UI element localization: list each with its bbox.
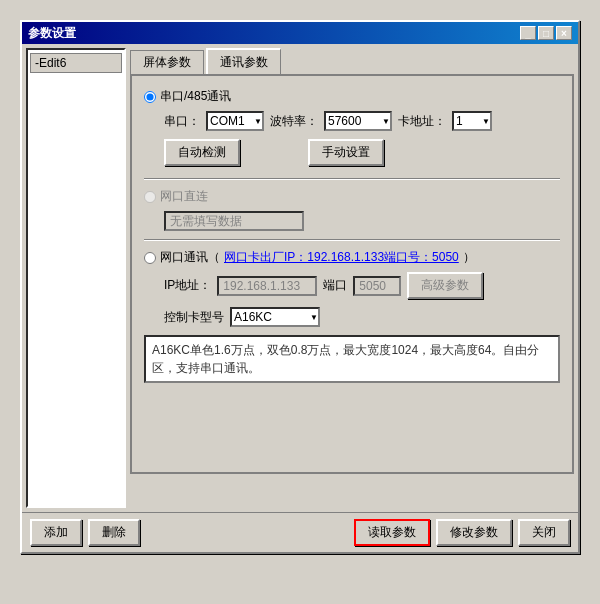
divider-1 [144, 178, 560, 180]
network-direct-input-row [164, 211, 560, 231]
serial-settings-row: 串口： COM1 波特率： 57600 卡地址： [164, 111, 560, 131]
network-comm-prefix: 网口通讯（ [160, 249, 220, 266]
port-text-label: 端口 [323, 277, 347, 294]
serial-radio[interactable] [144, 91, 156, 103]
modify-params-button[interactable]: 修改参数 [436, 519, 512, 546]
tab-comm-params[interactable]: 通讯参数 [206, 48, 281, 74]
network-comm-suffix: ） [463, 249, 475, 266]
network-comm-radio[interactable] [144, 252, 156, 264]
ip-input[interactable] [217, 276, 317, 296]
title-bar: 参数设置 _ □ × [22, 22, 578, 44]
network-direct-radio[interactable] [144, 191, 156, 203]
tab-content-comm: 串口/485通讯 串口： COM1 波特率： 57600 [130, 74, 574, 474]
baud-label: 波特率： [270, 113, 318, 130]
read-params-button[interactable]: 读取参数 [354, 519, 430, 546]
card-type-label: 控制卡型号 [164, 309, 224, 326]
tab-bar: 屏体参数 通讯参数 [130, 48, 574, 74]
network-direct-radio-row: 网口直连 [144, 188, 560, 205]
baud-select-wrapper: 57600 [324, 111, 392, 131]
left-panel: -Edit6 [26, 48, 126, 508]
ip-label: IP地址： [164, 277, 211, 294]
network-comm-link[interactable]: 网口卡出厂IP：192.168.1.133端口号：5050 [224, 249, 459, 266]
network-comm-radio-row: 网口通讯（ 网口卡出厂IP：192.168.1.133端口号：5050 ） [144, 249, 560, 266]
minimize-button[interactable]: _ [520, 26, 536, 40]
card-addr-select[interactable]: 1 [452, 111, 492, 131]
card-type-select[interactable]: A16KC [230, 307, 320, 327]
right-panel: 屏体参数 通讯参数 串口/485通讯 串口： CO [130, 48, 574, 508]
card-info-box: A16KC单色1.6万点，双色0.8万点，最大宽度1024，最大高度64。自由分… [144, 335, 560, 383]
manual-set-button[interactable]: 手动设置 [308, 139, 384, 166]
network-direct-input [164, 211, 304, 231]
divider-2 [144, 239, 560, 241]
card-info-text: A16KC单色1.6万点，双色0.8万点，最大宽度1024，最大高度64。自由分… [152, 343, 539, 375]
port-label: 串口： [164, 113, 200, 130]
tab-screen-params[interactable]: 屏体参数 [130, 50, 204, 74]
port-select-wrapper: COM1 [206, 111, 264, 131]
port-select[interactable]: COM1 [206, 111, 264, 131]
serial-radio-row: 串口/485通讯 [144, 88, 560, 105]
card-type-row: 控制卡型号 A16KC [164, 307, 560, 327]
window-title: 参数设置 [28, 25, 518, 42]
ip-port-row: IP地址： 端口 高级参数 [164, 272, 560, 299]
main-window: 参数设置 _ □ × -Edit6 屏体参数 通讯参数 [20, 20, 580, 554]
window-body: -Edit6 屏体参数 通讯参数 串口/485通讯 [22, 44, 578, 512]
network-direct-label: 网口直连 [160, 188, 208, 205]
auto-detect-button[interactable]: 自动检测 [164, 139, 240, 166]
left-panel-item[interactable]: -Edit6 [30, 53, 122, 73]
detect-buttons-row: 自动检测 手动设置 [164, 139, 560, 166]
bottom-right-buttons: 读取参数 修改参数 关闭 [354, 519, 570, 546]
bottom-bar: 添加 删除 读取参数 修改参数 关闭 [22, 512, 578, 552]
card-addr-label: 卡地址： [398, 113, 446, 130]
card-addr-select-wrapper: 1 [452, 111, 492, 131]
maximize-button[interactable]: □ [538, 26, 554, 40]
serial-label: 串口/485通讯 [160, 88, 231, 105]
add-button[interactable]: 添加 [30, 519, 82, 546]
baud-select[interactable]: 57600 [324, 111, 392, 131]
bottom-left-buttons: 添加 删除 [30, 519, 140, 546]
close-button[interactable]: 关闭 [518, 519, 570, 546]
delete-button[interactable]: 删除 [88, 519, 140, 546]
port-input[interactable] [353, 276, 401, 296]
card-type-select-wrapper: A16KC [230, 307, 320, 327]
advanced-button[interactable]: 高级参数 [407, 272, 483, 299]
close-window-button[interactable]: × [556, 26, 572, 40]
